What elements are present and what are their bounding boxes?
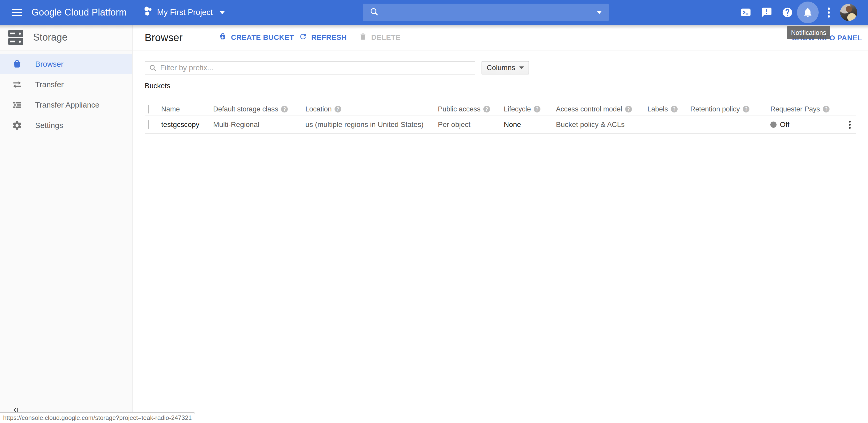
help-circle-icon[interactable]: ?	[743, 106, 749, 112]
sidebar-item-transfer[interactable]: Transfer	[0, 74, 132, 95]
cell-location: us (multiple regions in United States)	[305, 120, 438, 129]
content-area: Columns Buckets Name Default storage cla…	[133, 61, 868, 134]
filter-search-icon	[149, 64, 157, 72]
row-checkbox[interactable]	[148, 120, 149, 129]
help-circle-icon[interactable]: ?	[823, 106, 830, 112]
project-name: My First Project	[157, 8, 213, 17]
notifications-tooltip: Notifications	[787, 26, 830, 39]
row-more-options-icon[interactable]	[846, 121, 853, 129]
gcp-logo[interactable]: Google Cloud Platform	[32, 0, 127, 25]
search-icon	[369, 7, 379, 18]
hamburger-menu-icon[interactable]	[12, 7, 22, 18]
help-circle-icon[interactable]: ?	[281, 106, 288, 112]
chevron-down-icon	[219, 11, 225, 14]
refresh-icon	[299, 32, 307, 43]
refresh-button[interactable]: REFRESH	[299, 32, 347, 43]
page-header: Browser CREATE BUCKET REFRESH	[133, 25, 868, 50]
help-circle-icon[interactable]: ?	[625, 106, 632, 112]
help-circle-icon[interactable]: ?	[335, 106, 341, 112]
help-circle-icon[interactable]: ?	[671, 106, 678, 112]
sidebar-item-transfer-appliance[interactable]: Transfer Appliance	[0, 95, 132, 115]
storage-product-icon	[8, 30, 23, 45]
sidebar-nav: Browser Transfer Transfer A	[0, 54, 132, 136]
buckets-table: Name Default storage class? Location? Pu…	[145, 103, 857, 134]
create-bucket-button[interactable]: CREATE BUCKET	[219, 32, 294, 43]
search-input[interactable]	[363, 4, 609, 21]
columns-dropdown-button[interactable]: Columns	[482, 61, 529, 75]
sidebar-item-settings[interactable]: Settings	[0, 115, 132, 136]
cell-access-control: Bucket policy & ACLs	[556, 120, 647, 129]
sidebar-item-label: Browser	[35, 60, 64, 68]
sidebar-item-browser[interactable]: Browser	[0, 54, 132, 74]
table-row: testgcscopy Multi-Regional us (multiple …	[145, 116, 857, 134]
notifications-bell-icon[interactable]	[797, 2, 819, 23]
browser-status-url: https://console.cloud.google.com/storage…	[0, 412, 195, 423]
cloud-shell-icon[interactable]	[740, 6, 752, 19]
cell-public-access: Per object	[438, 120, 504, 129]
project-hexagons-icon	[144, 5, 152, 19]
chevron-down-icon	[519, 66, 524, 69]
table-header-row: Name Default storage class? Location? Pu…	[145, 103, 857, 116]
sidebar-header: Storage	[0, 25, 132, 50]
user-avatar[interactable]	[840, 4, 857, 21]
project-selector[interactable]: My First Project	[144, 0, 225, 25]
more-options-icon[interactable]	[823, 6, 835, 19]
help-circle-icon[interactable]: ?	[534, 106, 540, 112]
sidebar-item-label: Transfer	[35, 80, 64, 89]
search-scope-chevron-icon[interactable]	[597, 11, 602, 14]
help-icon[interactable]	[781, 6, 794, 19]
appliance-list-icon	[12, 100, 22, 110]
trash-icon	[359, 32, 367, 43]
filter-by-prefix-input[interactable]	[145, 61, 475, 75]
sidebar: Storage Browser Transfer	[0, 25, 132, 423]
help-circle-icon[interactable]: ?	[483, 106, 490, 112]
top-app-bar: Google Cloud Platform My First Project	[0, 0, 868, 25]
product-title: Storage	[33, 32, 67, 43]
add-bucket-icon	[219, 32, 227, 43]
sidebar-item-label: Transfer Appliance	[35, 101, 99, 109]
feedback-icon[interactable]	[761, 6, 773, 19]
sidebar-item-label: Settings	[35, 121, 63, 130]
gear-icon	[12, 120, 22, 131]
cell-lifecycle: None	[504, 120, 556, 129]
cell-storage-class: Multi-Regional	[213, 120, 305, 129]
page-title: Browser	[145, 32, 183, 43]
bucket-icon	[12, 59, 22, 69]
select-all-checkbox[interactable]	[148, 105, 149, 113]
bucket-name-link[interactable]: testgcscopy	[161, 120, 213, 129]
buckets-section-label: Buckets	[145, 82, 857, 90]
cell-requester-pays: Off	[770, 120, 845, 129]
main-content: Browser CREATE BUCKET REFRESH	[133, 25, 868, 423]
transfer-arrows-icon	[12, 79, 22, 90]
status-dot-icon	[770, 121, 777, 128]
delete-button[interactable]: DELETE	[359, 32, 400, 43]
